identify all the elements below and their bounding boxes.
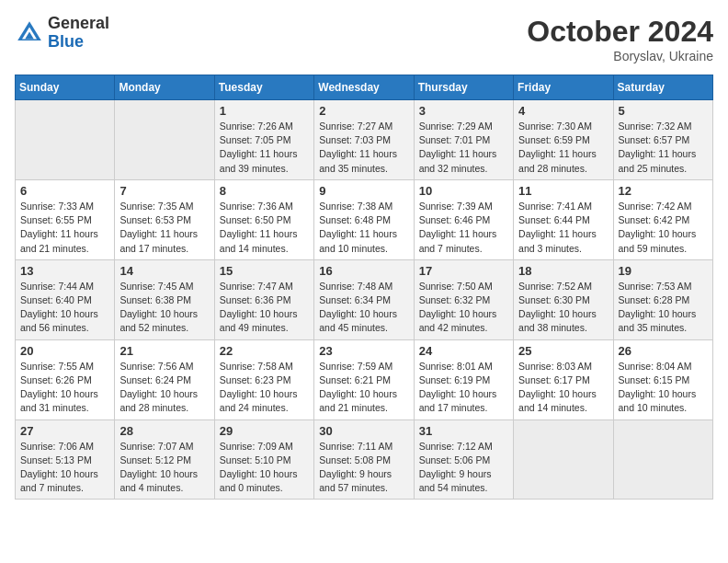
day-info: Sunrise: 7:27 AM Sunset: 7:03 PM Dayligh…	[319, 120, 408, 176]
day-number: 3	[419, 104, 508, 118]
day-info: Sunrise: 8:04 AM Sunset: 6:15 PM Dayligh…	[619, 360, 708, 416]
calendar-day-cell: 5Sunrise: 7:32 AM Sunset: 6:57 PM Daylig…	[613, 100, 712, 180]
calendar-day-cell: 3Sunrise: 7:29 AM Sunset: 7:01 PM Daylig…	[414, 100, 513, 180]
day-info: Sunrise: 7:38 AM Sunset: 6:48 PM Dayligh…	[319, 200, 408, 256]
day-number: 8	[220, 184, 309, 198]
weekday-header: Saturday	[613, 75, 712, 100]
calendar-day-cell: 6Sunrise: 7:33 AM Sunset: 6:55 PM Daylig…	[16, 179, 115, 259]
day-number: 16	[319, 264, 408, 278]
day-number: 24	[419, 344, 508, 358]
day-info: Sunrise: 7:12 AM Sunset: 5:06 PM Dayligh…	[419, 440, 508, 496]
calendar-day-cell: 22Sunrise: 7:58 AM Sunset: 6:23 PM Dayli…	[214, 339, 313, 419]
day-number: 17	[419, 264, 508, 278]
day-number: 19	[619, 264, 708, 278]
day-number: 30	[319, 424, 408, 438]
calendar-day-cell: 21Sunrise: 7:56 AM Sunset: 6:24 PM Dayli…	[115, 339, 214, 419]
day-number: 6	[20, 184, 109, 198]
day-number: 10	[419, 184, 508, 198]
day-number: 22	[220, 344, 309, 358]
calendar-day-cell	[613, 419, 712, 500]
calendar-header-row: SundayMondayTuesdayWednesdayThursdayFrid…	[16, 75, 713, 100]
day-number: 4	[518, 104, 608, 118]
day-number: 13	[20, 264, 109, 278]
day-info: Sunrise: 7:33 AM Sunset: 6:55 PM Dayligh…	[20, 200, 109, 256]
title-block: October 2024 Boryslav, Ukraine	[527, 15, 713, 63]
day-number: 21	[119, 344, 209, 358]
weekday-header: Wednesday	[314, 75, 414, 100]
calendar-day-cell: 8Sunrise: 7:36 AM Sunset: 6:50 PM Daylig…	[214, 179, 313, 259]
calendar-day-cell: 31Sunrise: 7:12 AM Sunset: 5:06 PM Dayli…	[414, 419, 513, 500]
day-info: Sunrise: 7:56 AM Sunset: 6:24 PM Dayligh…	[119, 360, 209, 416]
day-number: 23	[319, 344, 408, 358]
day-number: 25	[518, 344, 608, 358]
day-info: Sunrise: 7:52 AM Sunset: 6:30 PM Dayligh…	[518, 280, 608, 336]
calendar-day-cell: 17Sunrise: 7:50 AM Sunset: 6:32 PM Dayli…	[414, 259, 513, 339]
day-number: 26	[619, 344, 708, 358]
day-number: 29	[220, 424, 309, 438]
day-number: 2	[319, 104, 408, 118]
day-number: 9	[319, 184, 408, 198]
day-number: 7	[119, 184, 209, 198]
day-number: 27	[20, 424, 109, 438]
calendar-day-cell: 23Sunrise: 7:59 AM Sunset: 6:21 PM Dayli…	[314, 339, 414, 419]
page-header: General Blue October 2024 Boryslav, Ukra…	[15, 15, 713, 63]
weekday-header: Friday	[514, 75, 613, 100]
logo: General Blue	[15, 15, 109, 52]
weekday-header: Monday	[115, 75, 214, 100]
day-info: Sunrise: 7:45 AM Sunset: 6:38 PM Dayligh…	[119, 280, 209, 336]
day-number: 15	[220, 264, 309, 278]
calendar-day-cell: 13Sunrise: 7:44 AM Sunset: 6:40 PM Dayli…	[16, 259, 115, 339]
calendar-week-row: 6Sunrise: 7:33 AM Sunset: 6:55 PM Daylig…	[16, 179, 713, 259]
day-number: 18	[518, 264, 608, 278]
day-info: Sunrise: 7:07 AM Sunset: 5:12 PM Dayligh…	[119, 440, 209, 496]
day-info: Sunrise: 7:42 AM Sunset: 6:42 PM Dayligh…	[619, 200, 708, 256]
calendar-week-row: 1Sunrise: 7:26 AM Sunset: 7:05 PM Daylig…	[16, 100, 713, 180]
day-info: Sunrise: 7:11 AM Sunset: 5:08 PM Dayligh…	[319, 440, 408, 496]
calendar-day-cell: 30Sunrise: 7:11 AM Sunset: 5:08 PM Dayli…	[314, 419, 414, 500]
calendar-day-cell	[16, 100, 115, 180]
calendar-day-cell	[514, 419, 613, 500]
day-info: Sunrise: 7:06 AM Sunset: 5:13 PM Dayligh…	[20, 440, 109, 496]
calendar-day-cell: 15Sunrise: 7:47 AM Sunset: 6:36 PM Dayli…	[214, 259, 313, 339]
day-info: Sunrise: 7:48 AM Sunset: 6:34 PM Dayligh…	[319, 280, 408, 336]
calendar-day-cell: 20Sunrise: 7:55 AM Sunset: 6:26 PM Dayli…	[16, 339, 115, 419]
calendar-week-row: 20Sunrise: 7:55 AM Sunset: 6:26 PM Dayli…	[16, 339, 713, 419]
calendar-day-cell: 16Sunrise: 7:48 AM Sunset: 6:34 PM Dayli…	[314, 259, 414, 339]
day-info: Sunrise: 7:41 AM Sunset: 6:44 PM Dayligh…	[518, 200, 608, 256]
calendar-day-cell: 25Sunrise: 8:03 AM Sunset: 6:17 PM Dayli…	[514, 339, 613, 419]
location: Boryslav, Ukraine	[527, 49, 713, 63]
month-title: October 2024	[527, 15, 713, 49]
calendar-day-cell: 9Sunrise: 7:38 AM Sunset: 6:48 PM Daylig…	[314, 179, 414, 259]
logo-icon	[15, 18, 44, 48]
calendar-day-cell: 27Sunrise: 7:06 AM Sunset: 5:13 PM Dayli…	[16, 419, 115, 500]
day-info: Sunrise: 7:44 AM Sunset: 6:40 PM Dayligh…	[20, 280, 109, 336]
day-info: Sunrise: 7:47 AM Sunset: 6:36 PM Dayligh…	[220, 280, 309, 336]
calendar-day-cell: 12Sunrise: 7:42 AM Sunset: 6:42 PM Dayli…	[613, 179, 712, 259]
weekday-header: Sunday	[16, 75, 115, 100]
calendar-day-cell: 11Sunrise: 7:41 AM Sunset: 6:44 PM Dayli…	[514, 179, 613, 259]
day-number: 31	[419, 424, 508, 438]
calendar-day-cell: 24Sunrise: 8:01 AM Sunset: 6:19 PM Dayli…	[414, 339, 513, 419]
day-info: Sunrise: 7:29 AM Sunset: 7:01 PM Dayligh…	[419, 120, 508, 176]
day-info: Sunrise: 7:53 AM Sunset: 6:28 PM Dayligh…	[619, 280, 708, 336]
calendar-week-row: 13Sunrise: 7:44 AM Sunset: 6:40 PM Dayli…	[16, 259, 713, 339]
day-info: Sunrise: 7:32 AM Sunset: 6:57 PM Dayligh…	[619, 120, 708, 176]
calendar-day-cell: 26Sunrise: 8:04 AM Sunset: 6:15 PM Dayli…	[613, 339, 712, 419]
day-info: Sunrise: 7:26 AM Sunset: 7:05 PM Dayligh…	[220, 120, 309, 176]
calendar-day-cell: 4Sunrise: 7:30 AM Sunset: 6:59 PM Daylig…	[514, 100, 613, 180]
day-info: Sunrise: 7:50 AM Sunset: 6:32 PM Dayligh…	[419, 280, 508, 336]
calendar-day-cell: 14Sunrise: 7:45 AM Sunset: 6:38 PM Dayli…	[115, 259, 214, 339]
day-info: Sunrise: 7:36 AM Sunset: 6:50 PM Dayligh…	[220, 200, 309, 256]
day-number: 11	[518, 184, 608, 198]
day-info: Sunrise: 7:30 AM Sunset: 6:59 PM Dayligh…	[518, 120, 608, 176]
day-number: 14	[119, 264, 209, 278]
logo-general: General	[48, 15, 109, 33]
calendar-day-cell: 7Sunrise: 7:35 AM Sunset: 6:53 PM Daylig…	[115, 179, 214, 259]
logo-blue: Blue	[48, 33, 109, 52]
calendar-table: SundayMondayTuesdayWednesdayThursdayFrid…	[15, 75, 713, 500]
day-info: Sunrise: 8:03 AM Sunset: 6:17 PM Dayligh…	[518, 360, 608, 416]
day-number: 1	[220, 104, 309, 118]
calendar-day-cell: 1Sunrise: 7:26 AM Sunset: 7:05 PM Daylig…	[214, 100, 313, 180]
calendar-day-cell: 19Sunrise: 7:53 AM Sunset: 6:28 PM Dayli…	[613, 259, 712, 339]
day-info: Sunrise: 7:39 AM Sunset: 6:46 PM Dayligh…	[419, 200, 508, 256]
